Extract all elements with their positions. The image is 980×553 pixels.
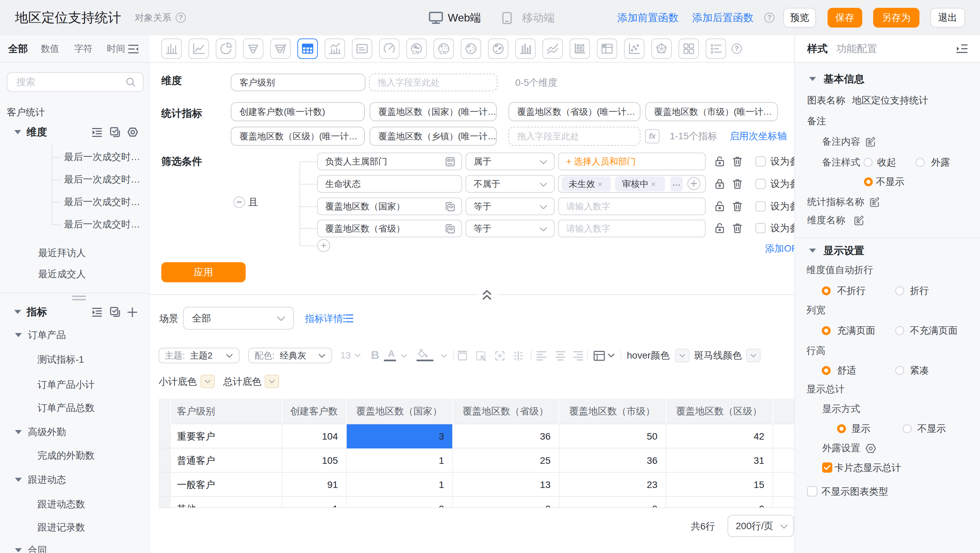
svg-text:CN: CN [439, 50, 446, 55]
svg-text:CN: CN [412, 50, 419, 55]
